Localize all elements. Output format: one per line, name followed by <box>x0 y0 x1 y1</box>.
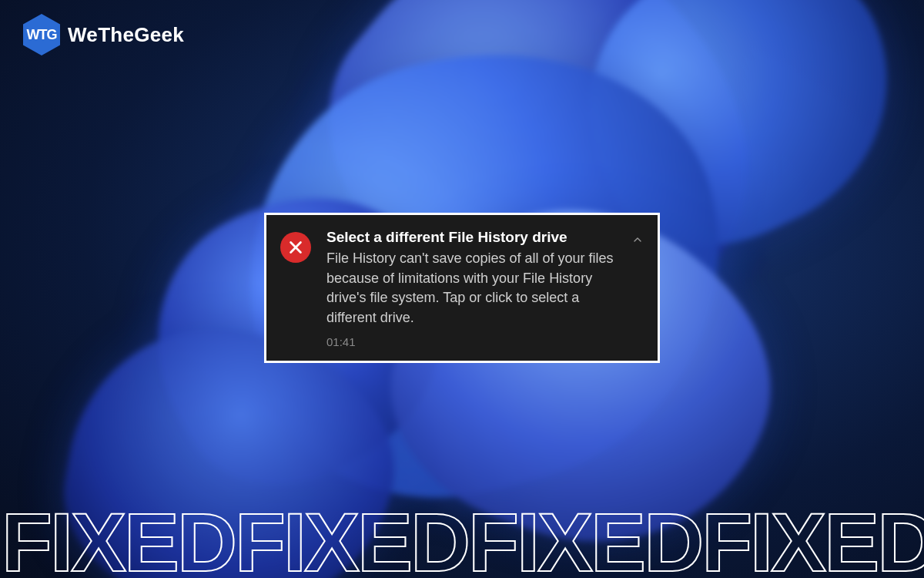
notification-timestamp: 01:41 <box>326 335 622 348</box>
brand-name: WeTheGeek <box>68 23 184 47</box>
fixed-word: FIXED <box>468 501 701 578</box>
file-history-notification[interactable]: Select a different File History drive Fi… <box>266 215 658 361</box>
error-x-icon <box>280 232 311 263</box>
site-watermark: WTG WeTheGeek <box>23 14 184 55</box>
fixed-banner: FIXED FIXED FIXED FIXED <box>0 493 924 578</box>
fixed-word: FIXED <box>235 501 468 578</box>
logo-initials: WTG <box>27 27 57 43</box>
chevron-up-icon[interactable] <box>631 234 644 246</box>
notification-frame: Select a different File History drive Fi… <box>264 213 660 363</box>
fixed-word: FIXED <box>2 501 235 578</box>
hex-logo-icon: WTG <box>23 14 60 55</box>
notification-title: Select a different File History drive <box>326 229 622 246</box>
fixed-word: FIXED <box>701 501 924 578</box>
notification-body: File History can't save copies of all of… <box>326 249 622 328</box>
